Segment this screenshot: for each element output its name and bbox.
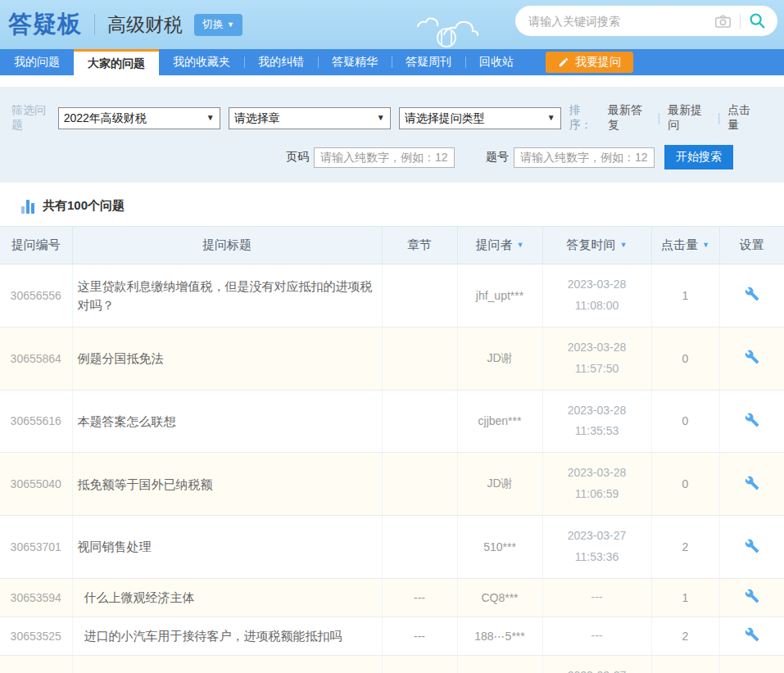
settings-button[interactable] [719,578,784,617]
reply-date: 2023-03-28 [548,274,646,296]
sort-arrow-icon[interactable]: ▼ [517,241,524,249]
chapter-select[interactable]: 请选择章 [229,107,391,129]
click-count-cell: 1 [651,578,719,617]
main-nav: 我的问题大家的问题我的收藏夹我的纠错答疑精华答疑周刊回收站 我要提问 [0,49,784,75]
switch-course-label: 切换 [202,17,224,32]
nav-tab[interactable]: 我的问题 [0,49,74,75]
settings-button[interactable] [719,327,784,390]
wrench-icon [745,350,759,364]
asker-cell: JD谢 [457,327,542,390]
asker-cell: jhf_upt*** [457,264,542,327]
switch-course-button[interactable]: 切换 ▼ [194,14,242,36]
camera-icon[interactable] [714,14,732,29]
click-count-cell: 0 [651,390,719,453]
table-row: 30655616本题答案怎么联想cjjben***2023-03-2811:35… [0,390,784,453]
chapter-cell: --- [382,578,457,617]
pencil-icon [558,56,569,68]
question-id-cell: 30655616 [0,390,72,453]
reply-date: 2023-03-28 [548,337,646,359]
reply-time: 11:08:00 [548,296,646,317]
nav-tab[interactable]: 我的收藏夹 [159,49,244,75]
search-divider [740,14,741,29]
question-title-cell[interactable]: 进口的小汽车用于接待客户，进项税额能抵扣吗 [72,617,382,655]
question-type-select[interactable]: 请选择提问类型 [399,107,561,129]
cloud-decoration [411,10,505,38]
asker-cell: CQ8*** [457,578,542,617]
column-header[interactable]: 点击量▼ [651,227,719,264]
click-count-cell: 0 [651,655,719,673]
filter-label: 筛选问题 [11,103,55,133]
question-table-body: 30656556这里贷款利息缴纳增值税，但是没有对应抵扣的进项税对吗？jhf_u… [0,264,784,673]
question-title-cell[interactable]: 本题答案怎么联想 [72,390,382,453]
search-icon[interactable] [749,12,766,29]
column-header-label: 提问者 [476,237,513,251]
wrench-icon [745,287,759,301]
reply-date: 2023-03-27 [548,666,646,673]
nav-tab[interactable]: 答疑周刊 [392,49,465,75]
reply-time-cell: --- [542,617,651,655]
question-id-cell: 30656556 [0,264,72,327]
nav-tab[interactable]: 答疑精华 [318,49,392,75]
table-row: 30653594什么上微观经济主体---CQ8***---1 [0,578,784,617]
sort-arrow-icon[interactable]: ▼ [620,241,628,249]
sort-separator: | [658,111,661,124]
sort-arrow-icon[interactable]: ▼ [702,241,709,249]
column-header[interactable]: 答复时间▼ [542,227,651,264]
question-title-cell[interactable]: 什么上微观经济主体 [72,578,382,617]
question-type-select-wrap: 请选择提问类型 ▼ [399,107,561,129]
chapter-cell [382,390,457,453]
search-input[interactable] [527,14,714,29]
question-title-cell[interactable]: 视同销售处理 [72,516,382,579]
reply-time-cell: 2023-03-2711:53:36 [542,516,651,579]
chapter-cell [382,516,457,579]
sort-separator: | [718,111,721,124]
reply-time-cell: 2023-03-2811:06:59 [542,453,651,516]
table-row: 30653701视同销售处理510***2023-03-2711:53:362 [0,516,784,579]
chapter-cell: --- [382,617,457,655]
top-header: 答疑板 高级财税 切换 ▼ [0,0,784,49]
sort-option[interactable]: 最新提问 [668,103,710,133]
nav-tab[interactable]: 大家的问题 [74,49,159,75]
question-id-cell: 30655864 [0,327,72,390]
sort-option[interactable]: 点击量 [727,103,759,133]
settings-button[interactable] [719,516,784,579]
column-header[interactable]: 提问者▼ [457,227,542,264]
column-header-label: 提问标题 [202,237,252,251]
question-title-cell[interactable]: 例题分国抵免法 [72,327,382,390]
settings-button[interactable] [719,390,784,453]
wrench-icon [745,589,759,603]
column-header-label: 章节 [407,237,432,251]
settings-button[interactable] [719,617,784,655]
column-header: 提问标题 [72,227,382,264]
question-title-cell[interactable]: 这里贷款利息缴纳增值税，但是没有对应抵扣的进项税对吗？ [72,264,382,327]
question-number-label: 题号 [486,150,509,165]
start-search-button[interactable]: 开始搜索 [664,145,733,169]
year-select[interactable]: 2022年高级财税 [58,107,220,129]
asker-cell: 188⋯5*** [457,617,542,655]
nav-tabs: 我的问题大家的问题我的收藏夹我的纠错答疑精华答疑周刊回收站 [0,49,528,75]
question-title-cell[interactable]: 抵免额等于国外已纳税额 [72,453,382,516]
column-header: 设置 [719,227,784,264]
nav-tab[interactable]: 回收站 [465,49,528,75]
question-title-cell[interactable]: 第九讲最后一道题目 [72,655,382,673]
settings-button[interactable] [719,453,784,516]
chevron-down-icon: ▼ [227,20,234,29]
ask-question-button[interactable]: 我要提问 [546,52,633,73]
settings-button[interactable] [719,655,784,673]
ask-question-label: 我要提问 [575,55,621,70]
table-row: 30655040抵免额等于国外已纳税额JD谢2023-03-2811:06:59… [0,453,784,516]
reply-time-cell: 2023-03-2811:35:53 [542,390,651,453]
column-header-label: 设置 [740,237,764,251]
page-number-input[interactable] [314,147,455,168]
question-id-cell: 30653701 [0,516,72,579]
settings-button[interactable] [719,264,784,327]
reply-date: 2023-03-28 [548,400,646,422]
filter-section: 筛选问题 2022年高级财税 ▼ 请选择章 ▼ 请选择提问类型 ▼ 排序： 最新… [0,87,784,183]
chapter-cell [382,264,457,327]
course-title: 高级财税 [107,12,183,38]
question-id-cell: 30655040 [0,453,72,516]
sort-option[interactable]: 最新答复 [608,103,650,133]
nav-tab[interactable]: 我的纠错 [244,49,318,75]
click-count-cell: 0 [651,327,719,390]
question-number-input[interactable] [514,147,655,168]
